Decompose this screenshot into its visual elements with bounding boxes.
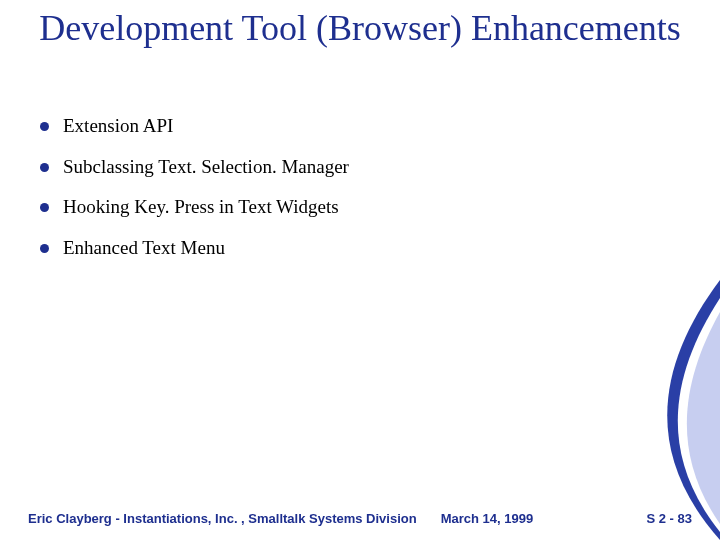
bullet-text: Extension API xyxy=(63,114,173,139)
list-item: Extension API xyxy=(40,114,660,139)
slide-title: Development Tool (Browser) Enhancements xyxy=(0,8,720,49)
bullet-icon xyxy=(40,203,49,212)
bullet-icon xyxy=(40,122,49,131)
list-item: Subclassing Text. Selection. Manager xyxy=(40,155,660,180)
footer-page: S 2 - 83 xyxy=(646,511,692,526)
list-item: Enhanced Text Menu xyxy=(40,236,660,261)
bullet-list: Extension API Subclassing Text. Selectio… xyxy=(40,114,660,277)
slide-footer: Eric Clayberg - Instantiations, Inc. , S… xyxy=(0,511,720,526)
bullet-text: Subclassing Text. Selection. Manager xyxy=(63,155,349,180)
decorative-swoosh-icon xyxy=(580,280,720,540)
footer-author: Eric Clayberg - Instantiations, Inc. , S… xyxy=(28,511,417,526)
slide: Development Tool (Browser) Enhancements … xyxy=(0,0,720,540)
list-item: Hooking Key. Press in Text Widgets xyxy=(40,195,660,220)
bullet-text: Enhanced Text Menu xyxy=(63,236,225,261)
bullet-text: Hooking Key. Press in Text Widgets xyxy=(63,195,339,220)
footer-date: March 14, 1999 xyxy=(441,511,534,526)
bullet-icon xyxy=(40,163,49,172)
bullet-icon xyxy=(40,244,49,253)
